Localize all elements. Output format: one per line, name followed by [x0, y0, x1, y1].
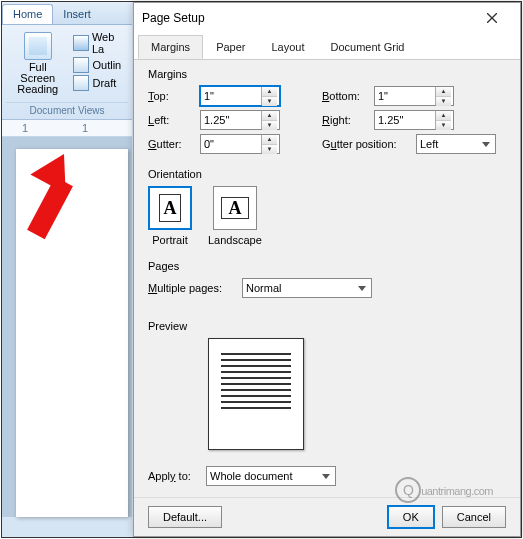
ok-button[interactable]: OK — [388, 506, 434, 528]
page-setup-dialog: Page Setup Margins Paper Layout Document… — [133, 2, 521, 537]
margins-group: Margins Top: ▲▼ Bottom: ▲▼ Left: ▲▼ Righ… — [148, 68, 506, 158]
portrait-label: Portrait — [152, 234, 187, 246]
dialog-tabstrip: Margins Paper Layout Document Grid — [134, 33, 520, 60]
left-input[interactable] — [201, 111, 261, 129]
bottom-input[interactable] — [375, 87, 435, 105]
multiple-pages-label: Multiple pages: — [148, 282, 236, 294]
gutter-pos-label: Gutter position: — [322, 138, 410, 150]
top-label: Top: — [148, 90, 194, 102]
draft-icon — [73, 75, 89, 91]
apply-to-label: Apply to: — [148, 470, 200, 482]
left-spinner[interactable]: ▲▼ — [200, 110, 280, 130]
outline-icon — [73, 57, 89, 73]
close-icon — [487, 13, 497, 23]
preview-page-icon — [208, 338, 304, 450]
top-spinner[interactable]: ▲▼ — [200, 86, 280, 106]
spin-down-icon[interactable]: ▼ — [262, 97, 277, 106]
spin-up-icon[interactable]: ▲ — [436, 87, 451, 97]
right-spinner[interactable]: ▲▼ — [374, 110, 454, 130]
bottom-spinner[interactable]: ▲▼ — [374, 86, 454, 106]
web-layout-button[interactable]: Web La — [73, 31, 128, 55]
margins-legend: Margins — [148, 68, 506, 80]
dialog-title: Page Setup — [142, 11, 472, 25]
spin-down-icon[interactable]: ▼ — [436, 97, 451, 106]
spin-down-icon[interactable]: ▼ — [262, 121, 277, 130]
gutter-pos-select[interactable]: Left — [416, 134, 496, 154]
spin-up-icon[interactable]: ▲ — [262, 135, 277, 145]
dialog-titlebar[interactable]: Page Setup — [134, 3, 520, 33]
ribbon-tab-home[interactable]: Home — [2, 4, 53, 24]
portrait-icon: A — [148, 186, 192, 230]
pages-legend: Pages — [148, 260, 506, 272]
spin-up-icon[interactable]: ▲ — [262, 111, 277, 121]
right-input[interactable] — [375, 111, 435, 129]
left-label: Left: — [148, 114, 194, 126]
preview-group: Preview — [148, 320, 506, 456]
preview-legend: Preview — [148, 320, 506, 332]
top-input[interactable] — [201, 87, 261, 105]
portrait-option[interactable]: A Portrait — [148, 186, 192, 246]
spin-up-icon[interactable]: ▲ — [262, 87, 277, 97]
ribbon-tabstrip: Home Insert — [2, 2, 132, 25]
gutter-spinner[interactable]: ▲▼ — [200, 134, 280, 154]
draft-button[interactable]: Draft — [73, 75, 128, 91]
gutter-label: Gutter: — [148, 138, 194, 150]
ruler[interactable]: 11 — [2, 120, 132, 137]
multiple-pages-select[interactable]: Normal — [242, 278, 372, 298]
web-layout-icon — [73, 35, 88, 51]
right-label: Right: — [322, 114, 368, 126]
document-page — [16, 149, 128, 517]
orientation-group: Orientation A Portrait A Landscape — [148, 168, 506, 250]
tab-paper[interactable]: Paper — [203, 35, 258, 59]
close-button[interactable] — [472, 5, 512, 31]
bottom-label: Bottom: — [322, 90, 368, 102]
default-button[interactable]: Default... — [148, 506, 222, 528]
landscape-icon: A — [213, 186, 257, 230]
ribbon-group-label: Document Views — [6, 102, 128, 116]
ribbon: Home Insert Full ScreenReading Web La Ou… — [2, 2, 132, 517]
full-screen-label: Full ScreenReading — [11, 62, 64, 95]
landscape-option[interactable]: A Landscape — [208, 186, 262, 246]
full-screen-reading-button[interactable]: Full ScreenReading — [6, 29, 69, 98]
tab-document-grid[interactable]: Document Grid — [318, 35, 418, 59]
full-screen-icon — [24, 32, 52, 60]
spin-up-icon[interactable]: ▲ — [436, 111, 451, 121]
pages-group: Pages Multiple pages: Normal — [148, 260, 506, 302]
document-area[interactable] — [2, 137, 132, 517]
spin-down-icon[interactable]: ▼ — [436, 121, 451, 130]
gutter-input[interactable] — [201, 135, 261, 153]
ribbon-tab-insert[interactable]: Insert — [53, 5, 101, 24]
spin-down-icon[interactable]: ▼ — [262, 145, 277, 154]
landscape-label: Landscape — [208, 234, 262, 246]
orientation-legend: Orientation — [148, 168, 506, 180]
cancel-button[interactable]: Cancel — [442, 506, 506, 528]
apply-to-select[interactable]: Whole document — [206, 466, 336, 486]
tab-layout[interactable]: Layout — [258, 35, 317, 59]
tab-margins[interactable]: Margins — [138, 35, 203, 59]
outline-button[interactable]: Outlin — [73, 57, 128, 73]
